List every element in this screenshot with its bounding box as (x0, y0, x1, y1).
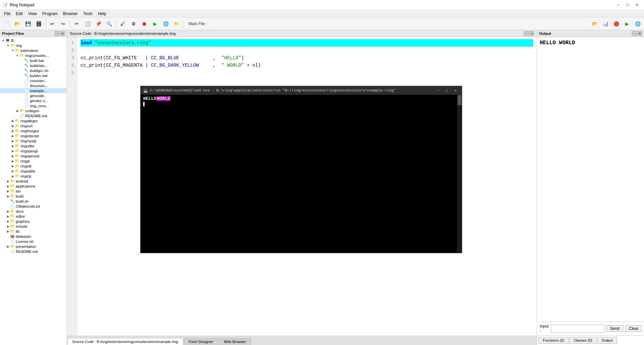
tree-item[interactable]: ▶📁codegen (0, 108, 67, 113)
close-button[interactable]: ✕ (633, 2, 641, 8)
tree-item[interactable]: ▶📁ringopengl (0, 148, 67, 153)
input-field[interactable] (551, 325, 604, 333)
functions-button[interactable]: Functions (0) (538, 337, 569, 344)
tree-item[interactable]: ▼💻B: (0, 38, 67, 43)
terminal-scrollbar-thumb[interactable] (458, 95, 462, 105)
terminal-scrollbar[interactable] (457, 95, 462, 253)
tree-item[interactable]: ▶📁ringsdl (0, 163, 67, 168)
tree-item[interactable]: ▼📁extensions (0, 48, 67, 53)
tree-item[interactable]: 📄README.md (0, 113, 67, 118)
tree-item[interactable]: 📄License.txt (0, 239, 67, 244)
toolbar-paste[interactable]: 📌 (93, 19, 103, 29)
toolbar-run[interactable]: ▶ (150, 19, 160, 29)
tree-icon: 📁 (15, 119, 19, 123)
tree-item[interactable]: ▶📁graphics (0, 219, 67, 224)
editor-ctrl-1[interactable]: ─ (524, 31, 529, 36)
panel-ctrl-1[interactable]: ─ (55, 31, 59, 36)
tree-item[interactable]: ▶📁ringcurl (0, 123, 67, 128)
tree-label: CMakeLists.txt (16, 204, 40, 208)
toolbar-copy[interactable]: 📋 (83, 19, 93, 29)
tree-item[interactable]: ▶📁lib (0, 229, 67, 234)
panel-ctrl-2[interactable]: ✕ (60, 31, 65, 36)
tree-item[interactable]: 📦libdepwin (0, 234, 67, 239)
tree-item[interactable]: ▶📁bin (0, 189, 67, 194)
output-button[interactable]: Output (597, 337, 617, 344)
tree-item[interactable]: ▶📁editor (0, 214, 67, 219)
minimize-button[interactable]: ─ (614, 2, 623, 8)
tree-icon: 📁 (19, 109, 24, 113)
tree-item[interactable]: ▶📁ringfreeglut (0, 128, 67, 133)
tree-item[interactable]: 📄gendoc.ri... (0, 98, 67, 103)
tree-item[interactable]: ▶📁ringzip (0, 174, 67, 179)
toolbar-open[interactable]: 📂 (12, 19, 22, 29)
tree-item[interactable]: 📄documen... (0, 83, 67, 88)
output-ctrl-1[interactable]: ─ (632, 31, 637, 36)
tree-item[interactable]: ▶📁include (0, 224, 67, 229)
toolbar-find[interactable]: 🔍 (104, 19, 114, 29)
tree-item[interactable]: ▶📁ringodbc (0, 143, 67, 148)
tree-item[interactable]: 🔧buildgcc.sh (0, 68, 67, 73)
toolbar-run-stop[interactable]: ⏹ (139, 19, 149, 29)
menu-edit[interactable]: Edit (13, 11, 25, 17)
tree-item[interactable]: ▼📁ring (0, 43, 67, 48)
toolbar-play2[interactable]: ▶ (622, 19, 632, 29)
tree-item[interactable]: 📄README.md (0, 249, 67, 254)
toolbar-redo[interactable]: ↪ (58, 19, 68, 29)
tree-label: ringopenssl (20, 154, 39, 158)
toolbar-extra1[interactable]: 📂 (590, 19, 600, 29)
toolbar-save-all[interactable]: 🗄️ (34, 19, 44, 29)
tree-item[interactable]: ▶📁build (0, 194, 67, 199)
classes-button[interactable]: Classes (0) (569, 337, 597, 344)
tab-source-code[interactable]: Source Code : B:/ring/extensions/ringcon… (67, 338, 183, 345)
terminal-close[interactable]: ✕ (452, 87, 459, 93)
tree-item[interactable]: ▶📁ringinternet (0, 133, 67, 138)
tree-item[interactable]: 📄gencode... (0, 93, 67, 98)
tab-web-browser[interactable]: Web Browser (219, 338, 251, 345)
tree-item[interactable]: ▶📁ringqt (0, 158, 67, 163)
tree-item[interactable]: 📄consolec... (0, 78, 67, 83)
tree-item[interactable]: ▶📁applications (0, 184, 67, 189)
tree-item[interactable]: ▶📁ringmysql (0, 138, 67, 143)
tree-item[interactable]: ▶📁presentation (0, 244, 67, 249)
menu-tools[interactable]: Tools (80, 11, 95, 17)
send-button[interactable]: Send (606, 325, 623, 332)
toolbar-open-file[interactable]: 📁 (171, 19, 181, 29)
tree-item[interactable]: 📄ring_cons... (0, 103, 67, 108)
tree-item[interactable]: ▶📁ringsqlite (0, 168, 67, 174)
tree-item[interactable]: 🔧build.bat (0, 58, 67, 63)
toolbar-extra3[interactable]: 🔴 (611, 19, 621, 29)
toolbar-cut[interactable]: ✂ (72, 19, 82, 29)
toolbar-extra4[interactable]: 🌐 (633, 19, 643, 29)
tab-form-designer[interactable]: Form Designer (184, 338, 218, 345)
code-content[interactable]: 1 2 3 4 5 load "consolecolors.ring" cc_p… (67, 37, 537, 336)
tree-item[interactable]: 📄example... (0, 88, 67, 93)
output-ctrl-2[interactable]: ✕ (637, 31, 642, 36)
terminal-maximize[interactable]: □ (443, 87, 450, 93)
menu-file[interactable]: File (1, 11, 13, 17)
tree-item[interactable]: ▶📁docs (0, 209, 67, 214)
toolbar-undo[interactable]: ↩ (47, 19, 57, 29)
tree-item[interactable]: ▼📁ringconsolec... (0, 53, 67, 58)
menu-help[interactable]: Help (95, 11, 109, 17)
toolbar-new[interactable]: 📄 (1, 19, 11, 29)
tree-item[interactable]: 🔧buildclan... (0, 63, 67, 68)
tree-item[interactable]: 🔧buildvc.bat (0, 73, 67, 78)
tree-item[interactable]: 🔧build.sh (0, 199, 67, 204)
clear-button[interactable]: Clear (625, 325, 642, 332)
terminal-minimize[interactable]: ─ (434, 87, 442, 93)
toolbar-browser[interactable]: 🌐 (161, 19, 171, 29)
toolbar-pen[interactable]: 🖊 (118, 19, 128, 29)
toolbar-save[interactable]: 💾 (23, 19, 33, 29)
menu-view[interactable]: View (25, 11, 40, 17)
maximize-button[interactable]: □ (623, 2, 632, 8)
toolbar-settings[interactable]: ⚙ (128, 19, 139, 29)
tree-item[interactable]: ▶📁ringallegro (0, 118, 67, 123)
toolbar-extra2[interactable]: 📊 (600, 19, 610, 29)
tree-item[interactable]: ▶📁ringopenssl (0, 153, 67, 158)
tree-item[interactable]: 📄CMakeLists.txt (0, 204, 67, 209)
menu-browser[interactable]: Browser (60, 11, 80, 17)
tree-item[interactable]: ▶📁android (0, 179, 67, 184)
menu-program[interactable]: Program (40, 11, 60, 17)
editor-ctrl-2[interactable]: ✕ (529, 31, 534, 36)
tree-arrow: ▼ (11, 49, 15, 52)
